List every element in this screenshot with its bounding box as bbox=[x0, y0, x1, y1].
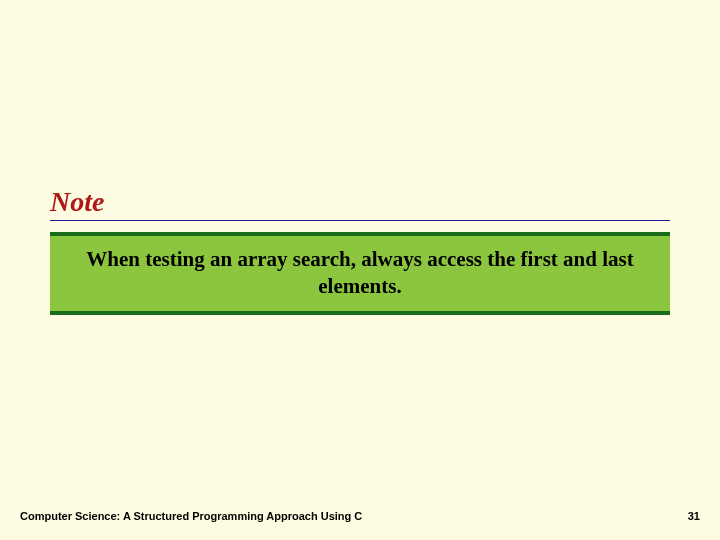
callout-text: When testing an array search, always acc… bbox=[70, 246, 650, 301]
note-label: Note bbox=[50, 186, 104, 218]
note-underline bbox=[50, 220, 670, 221]
callout-box: When testing an array search, always acc… bbox=[50, 232, 670, 315]
page-number: 31 bbox=[688, 510, 700, 522]
footer-book-title: Computer Science: A Structured Programmi… bbox=[20, 510, 362, 522]
